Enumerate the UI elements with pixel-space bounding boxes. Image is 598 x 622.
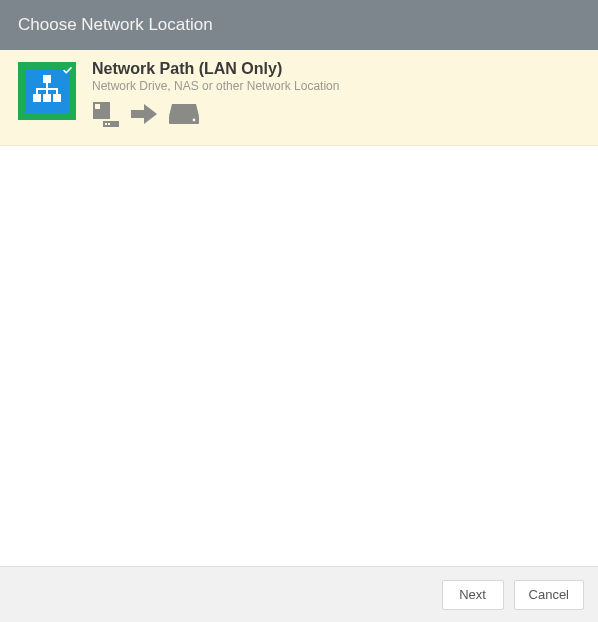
dialog-title: Choose Network Location <box>18 15 213 35</box>
cancel-button[interactable]: Cancel <box>514 580 584 610</box>
content-area: Network Path (LAN Only) Network Drive, N… <box>0 50 598 566</box>
option-subtitle: Network Drive, NAS or other Network Loca… <box>92 79 580 93</box>
option-icon-container <box>18 62 76 120</box>
titlebar: Choose Network Location <box>0 0 598 50</box>
svg-rect-3 <box>53 94 61 102</box>
svg-rect-5 <box>95 104 100 109</box>
dialog-window: Choose Network Location <box>0 0 598 622</box>
svg-rect-8 <box>108 123 110 125</box>
svg-rect-1 <box>33 94 41 102</box>
network-tree-icon <box>30 72 64 110</box>
svg-point-10 <box>193 119 196 122</box>
option-text-block: Network Path (LAN Only) Network Drive, N… <box>92 62 580 131</box>
option-glyph-row <box>92 101 580 131</box>
drive-icon <box>168 102 200 130</box>
checkmark-icon <box>62 65 73 76</box>
svg-rect-2 <box>43 94 51 102</box>
footer: Next Cancel <box>0 566 598 622</box>
server-icon <box>92 101 120 131</box>
option-network-path[interactable]: Network Path (LAN Only) Network Drive, N… <box>0 50 598 146</box>
option-title: Network Path (LAN Only) <box>92 60 580 78</box>
arrow-right-icon <box>130 103 158 129</box>
svg-rect-0 <box>43 75 51 83</box>
svg-rect-7 <box>105 123 107 125</box>
next-button[interactable]: Next <box>442 580 504 610</box>
